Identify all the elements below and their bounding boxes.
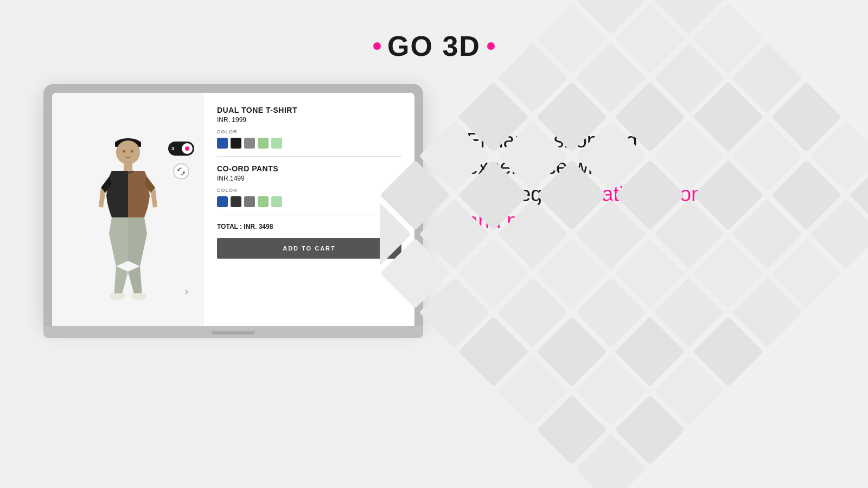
toggle-label: 3 <box>171 146 174 151</box>
swatch-gray-2[interactable] <box>244 196 255 207</box>
diamond-grid <box>380 0 868 488</box>
swatch-blue-1[interactable] <box>217 138 228 149</box>
viewer-panel: 3 <box>52 93 204 326</box>
product1-name: DUAL TONE T-SHIRT <box>217 106 401 114</box>
nav-arrow-down[interactable]: › <box>179 284 194 299</box>
laptop-base <box>43 326 423 338</box>
swatch-gray-1[interactable] <box>244 138 255 149</box>
svg-point-10 <box>131 150 133 153</box>
svg-rect-4 <box>124 163 132 171</box>
background-pattern <box>380 0 868 488</box>
swatch-black-1[interactable] <box>231 138 241 149</box>
swatch-black-2[interactable] <box>231 196 241 207</box>
laptop-mockup: 3 <box>43 84 423 338</box>
toggle-button[interactable]: 3 <box>168 142 194 156</box>
rotate-button[interactable] <box>173 163 189 179</box>
swatch-green2-1[interactable] <box>271 138 282 149</box>
laptop-frame: 3 <box>43 84 423 326</box>
total-row: TOTAL : INR. 3498 <box>217 223 401 230</box>
swatch-green1-1[interactable] <box>258 138 269 149</box>
avatar <box>79 136 177 310</box>
laptop-screen: 3 <box>52 93 414 326</box>
swatch-green1-2[interactable] <box>258 196 269 207</box>
toggle-indicator <box>182 143 193 154</box>
product2-section: CO-ORD PANTS INR.1499 COLOR <box>217 164 401 215</box>
laptop-notch <box>212 331 255 335</box>
product1-price: INR. 1999 <box>217 116 401 124</box>
svg-point-9 <box>123 150 126 153</box>
product2-color-label: COLOR <box>217 188 401 193</box>
controls-column: 3 <box>168 142 194 179</box>
product1-swatches <box>217 138 401 149</box>
swatch-green2-2[interactable] <box>271 196 282 207</box>
page: GO 3D <box>0 0 868 488</box>
product2-swatches <box>217 196 401 207</box>
swatch-blue-2[interactable] <box>217 196 228 207</box>
avatar-container: 3 <box>52 131 204 315</box>
add-to-cart-button[interactable]: ADD TO CART <box>217 238 401 259</box>
svg-rect-8 <box>131 293 146 298</box>
svg-rect-6 <box>110 293 125 298</box>
product2-price: INR.1499 <box>217 175 401 182</box>
svg-point-3 <box>116 140 140 164</box>
product2-name: CO-ORD PANTS <box>217 164 401 173</box>
product1-color-label: COLOR <box>217 129 401 134</box>
product1-section: DUAL TONE T-SHIRT INR. 1999 COLOR <box>217 106 401 157</box>
